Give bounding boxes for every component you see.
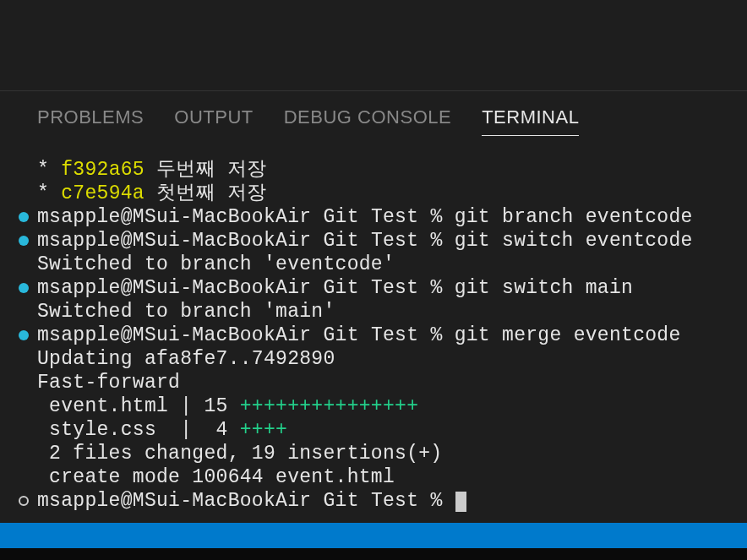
status-bar[interactable] bbox=[0, 523, 747, 548]
terminal-line: 2 files changed, 19 insertions(+) bbox=[37, 442, 747, 465]
terminal-line: event.html | 15 +++++++++++++++ bbox=[37, 394, 747, 418]
window-border bbox=[0, 548, 747, 560]
terminal-output[interactable]: * f392a65 두번째 저장 * c7e594a 첫번째 저장 msappl… bbox=[0, 146, 747, 523]
tab-problems[interactable]: PROBLEMS bbox=[37, 106, 144, 136]
diff-additions: ++++ bbox=[240, 419, 287, 441]
git-log-line: * c7e594a 첫번째 저장 bbox=[37, 182, 747, 205]
prompt-indicator-icon bbox=[19, 330, 29, 340]
prompt-indicator-icon bbox=[19, 496, 29, 506]
terminal-line: create mode 100644 event.html bbox=[37, 465, 747, 489]
terminal-line: msapple@MSui-MacBookAir Git Test % git s… bbox=[37, 229, 747, 253]
panel-tabs: PROBLEMS OUTPUT DEBUG CONSOLE TERMINAL bbox=[0, 91, 747, 146]
editor-area bbox=[0, 0, 747, 91]
terminal-line: Fast-forward bbox=[37, 371, 747, 394]
diff-additions: +++++++++++++++ bbox=[240, 395, 419, 417]
terminal-line: Switched to branch 'main' bbox=[37, 300, 747, 323]
git-log-line: * f392a65 두번째 저장 bbox=[37, 158, 747, 182]
tab-output[interactable]: OUTPUT bbox=[174, 106, 253, 136]
commit-hash: c7e594a bbox=[61, 182, 144, 204]
bottom-panel: PROBLEMS OUTPUT DEBUG CONSOLE TERMINAL *… bbox=[0, 91, 747, 523]
terminal-line: msapple@MSui-MacBookAir Git Test % git s… bbox=[37, 276, 747, 300]
terminal-prompt[interactable]: msapple@MSui-MacBookAir Git Test % bbox=[37, 489, 747, 513]
terminal-line: Switched to branch 'eventcode' bbox=[37, 253, 747, 276]
prompt-indicator-icon bbox=[19, 236, 29, 246]
commit-hash: f392a65 bbox=[61, 159, 144, 181]
prompt-indicator-icon bbox=[19, 283, 29, 293]
terminal-line: style.css | 4 ++++ bbox=[37, 418, 747, 442]
terminal-line: msapple@MSui-MacBookAir Git Test % git b… bbox=[37, 205, 747, 229]
cursor-icon bbox=[455, 492, 466, 512]
terminal-line: Updating afa8fe7..7492890 bbox=[37, 347, 747, 371]
prompt-indicator-icon bbox=[19, 212, 29, 222]
terminal-line: msapple@MSui-MacBookAir Git Test % git m… bbox=[37, 323, 747, 347]
tab-debug-console[interactable]: DEBUG CONSOLE bbox=[284, 106, 451, 136]
tab-terminal[interactable]: TERMINAL bbox=[482, 106, 579, 136]
